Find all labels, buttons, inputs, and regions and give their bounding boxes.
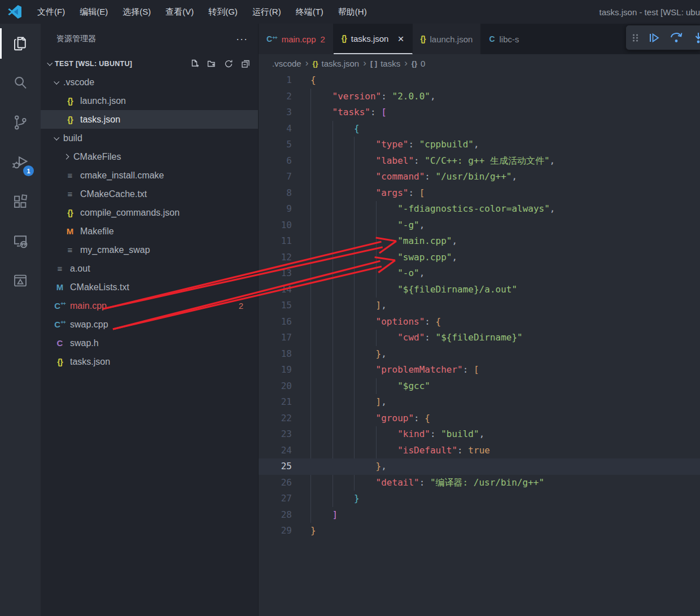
json-file-icon: {} [64, 208, 76, 217]
tree-item-cmake-install-cmake[interactable]: ≡cmake_install.cmake [41, 166, 258, 185]
gripper-icon[interactable] [632, 33, 639, 43]
line-number: 7 [259, 169, 292, 185]
tree-item-a-out[interactable]: ≡a.out [41, 259, 258, 278]
code-line: 6 "label": "C/C++: g++ 生成活动文件", [259, 153, 700, 169]
sidebar-item-search[interactable] [0, 63, 41, 103]
text-file-icon: ≡ [64, 171, 76, 180]
menu-item[interactable]: 转到(G) [201, 0, 245, 24]
c-file-icon: C [489, 34, 495, 43]
code-text: "isDefault": true [310, 443, 490, 459]
explorer-title: 资源管理器 [56, 34, 96, 44]
tree-item-makefile[interactable]: MMakefile [41, 222, 258, 241]
tree-item-cmakecache-txt[interactable]: ≡CMakeCache.txt [41, 185, 258, 203]
code-text: "label": "C/C++: g++ 生成活动文件", [310, 153, 555, 169]
breadcrumb-item[interactable]: tasks.json [322, 59, 360, 68]
line-number: 25 [259, 458, 292, 475]
sidebar-item-run-debug[interactable]: 1 [0, 142, 41, 182]
menu-item[interactable]: 文件(F) [30, 0, 72, 24]
file-label: CMakeFiles [73, 152, 121, 162]
code-line: 24 "isDefault": true [259, 443, 700, 459]
code-editor[interactable]: 1{2 "version": "2.0.0",3 "tasks": [4 {5 … [259, 72, 700, 539]
tree-item-my-cmake-swap[interactable]: ≡my_cmake_swap [41, 241, 258, 259]
cmake-file-icon: M [54, 282, 65, 292]
code-line: 8 "args": [ [259, 185, 700, 202]
cpp-file-icon: C++ [54, 320, 65, 329]
tree-item-main-cpp[interactable]: C++main.cpp2 [41, 296, 258, 315]
code-text: "type": "cppbuild", [310, 137, 479, 153]
tree-item-launch-json[interactable]: {}launch.json [41, 91, 258, 110]
tab-tasks-json[interactable]: {}tasks.json× [334, 24, 413, 54]
workspace-section-header[interactable]: TEST [WSL: UBUNTU] [41, 54, 258, 73]
code-text: }, [310, 346, 387, 362]
sidebar-item-remote-explorer[interactable] [0, 221, 41, 261]
sidebar-item-extensions[interactable] [0, 182, 41, 221]
file-tree: .vscode{}launch.json{}tasks.jsonbuildCMa… [41, 73, 258, 371]
new-file-icon[interactable] [190, 59, 199, 68]
tab-libc-s[interactable]: Clibc-s [481, 24, 527, 54]
breadcrumb-item[interactable]: tasks [380, 59, 400, 68]
code-line: 18 }, [259, 346, 700, 362]
code-text: "swap.cpp", [310, 250, 457, 266]
step-into-icon[interactable] [692, 32, 700, 44]
code-line: 19 "problemMatcher": [ [259, 362, 700, 378]
code-line: 1{ [259, 72, 700, 89]
menu-item[interactable]: 终端(T) [288, 0, 331, 24]
tree-item-tasks-json[interactable]: {}tasks.json [41, 110, 258, 129]
refresh-icon[interactable] [224, 59, 233, 68]
code-line: 21 ], [259, 394, 700, 410]
line-number: 13 [259, 265, 292, 282]
code-text: "args": [ [310, 185, 425, 202]
code-text: "version": "2.0.0", [310, 89, 436, 105]
file-label: Makefile [80, 226, 114, 237]
search-icon [12, 75, 29, 91]
breadcrumb-symbol-icon: [ ] [370, 59, 377, 68]
code-line: 16 "options": { [259, 314, 700, 330]
file-label: launch.json [80, 96, 126, 106]
breadcrumb-item[interactable]: .vscode [272, 59, 301, 68]
tree-item-swap-h[interactable]: Cswap.h [41, 334, 258, 352]
sidebar-item-explorer[interactable] [0, 24, 41, 63]
tab-label: main.cpp [282, 34, 316, 44]
tree-item-build[interactable]: build [41, 129, 258, 147]
tree-item-tasks-json[interactable]: {}tasks.json [41, 352, 258, 371]
continue-icon[interactable] [648, 32, 660, 44]
tab-launch-json[interactable]: {}launch.json [413, 24, 482, 54]
code-text: "detail": "编译器: /usr/bin/g++" [310, 475, 544, 491]
sidebar-item-cmake[interactable] [0, 261, 41, 300]
menu-item[interactable]: 运行(R) [245, 0, 288, 24]
more-actions-icon[interactable]: ··· [236, 33, 248, 45]
code-line: 2 "version": "2.0.0", [259, 89, 700, 105]
tab-main-cpp[interactable]: C++main.cpp2 [259, 24, 334, 54]
tree-item-swap-cpp[interactable]: C++swap.cpp [41, 315, 258, 334]
tab-label: tasks.json [351, 34, 389, 43]
code-line: 11 "main.cpp", [259, 233, 700, 250]
new-folder-icon[interactable] [207, 59, 216, 68]
sidebar-item-source-control[interactable] [0, 103, 41, 142]
breadcrumb: .vscode›{}tasks.json›[ ]tasks›{}0 [259, 54, 700, 72]
tree-item-compile-commands-json[interactable]: {}compile_commands.json [41, 203, 258, 222]
step-over-icon[interactable] [670, 32, 683, 44]
activity-bar: 1 [0, 24, 41, 616]
title-bar: 文件(F)编辑(E)选择(S)查看(V)转到(G)运行(R)终端(T)帮助(H)… [0, 0, 700, 24]
code-line: 13 "-o", [259, 265, 700, 282]
collapse-all-icon[interactable] [241, 59, 250, 68]
breadcrumb-item[interactable]: 0 [421, 59, 425, 68]
menu-item[interactable]: 选择(S) [115, 0, 158, 24]
line-number: 20 [259, 378, 292, 395]
menu-item[interactable]: 帮助(H) [331, 0, 374, 24]
workspace-name: TEST [WSL: UBUNTU] [55, 60, 132, 68]
code-line: 26 "detail": "编译器: /usr/bin/g++" [259, 475, 700, 491]
tree-item--vscode[interactable]: .vscode [41, 73, 258, 91]
active-indicator [0, 28, 2, 59]
close-icon[interactable]: × [397, 33, 404, 44]
code-text: { [310, 121, 360, 137]
code-text: ], [310, 298, 387, 314]
menu-item[interactable]: 查看(V) [158, 0, 201, 24]
tree-item-cmakefiles[interactable]: CMakeFiles [41, 147, 258, 166]
line-number: 22 [259, 410, 292, 427]
menu-item[interactable]: 编辑(E) [72, 0, 115, 24]
tree-item-cmakelists-txt[interactable]: MCMakeLists.txt [41, 278, 258, 296]
line-number: 15 [259, 298, 292, 314]
chevron-down-icon [54, 79, 59, 85]
text-file-icon: ≡ [54, 264, 65, 273]
